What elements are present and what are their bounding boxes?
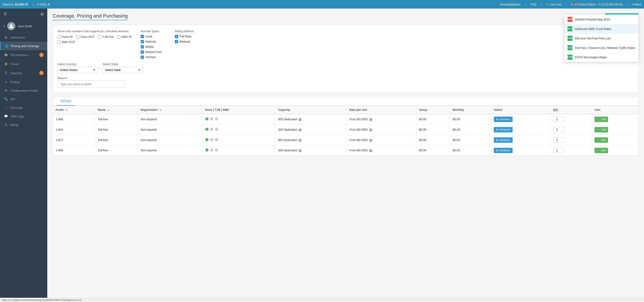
dropdown-item-pricelist-pdf[interactable]: PDF DIDWW Pricelist May 2019 — [564, 15, 638, 24]
cart-icon: 🛒 — [597, 118, 600, 121]
sidebar-item-config-profiles[interactable]: ⚙ Configuration Profiles — [0, 86, 47, 95]
national-checkbox[interactable]: National — [141, 40, 162, 43]
search-input[interactable] — [58, 81, 125, 88]
col-cart: Cart — [592, 106, 638, 114]
add-to-cart-button[interactable]: 🛒 Add — [594, 117, 608, 122]
sms-in-checkbox[interactable]: SMS IN — [117, 35, 132, 39]
cell-indicators — [202, 145, 275, 156]
sidebar-header: ☰ ⏻ — [0, 9, 47, 19]
add-to-cart-button[interactable]: 🛒 Add — [594, 127, 608, 132]
csv-icon-1: CSV — [568, 36, 572, 41]
dashboard-icon: ⊞ — [4, 36, 8, 39]
qty-input[interactable] — [553, 148, 564, 153]
voice-out-input[interactable] — [76, 35, 79, 39]
prefix-sort-icon[interactable]: ⇅ — [66, 109, 67, 111]
sms-in-input[interactable] — [117, 35, 120, 39]
cell-setup: $5.00 — [416, 114, 450, 125]
sidebar-item-label: Billing — [10, 123, 18, 127]
voice-out-checkbox[interactable]: Voice OUT — [76, 35, 94, 39]
metered-input[interactable] — [175, 40, 178, 43]
numbers-button[interactable]: ⊞ Numbers — [494, 127, 512, 132]
local-input[interactable] — [141, 35, 144, 38]
registration-sort-icon[interactable]: ⇅ — [159, 109, 161, 111]
sms-out-input[interactable] — [58, 41, 60, 44]
capacity-info-icon[interactable]: i — [298, 139, 302, 142]
qty-input[interactable] — [553, 137, 564, 143]
sidebar-item-porting[interactable]: ↗ Porting — [0, 78, 47, 86]
table-body: 1-888 Toll-free Not required 300 Dedicat… — [53, 114, 638, 156]
sidebar-item-label: Call Logs — [10, 106, 22, 109]
dropdown-item-outbound-sms[interactable]: XLS Outbound SMS Trunk Rates — [564, 24, 638, 34]
country-select[interactable]: United States — [58, 67, 98, 73]
sidebar-item-api[interactable]: 🔧 API — [0, 95, 47, 103]
qty-input[interactable] — [553, 127, 564, 132]
user-name: Jane Smith — [18, 25, 32, 28]
cell-select: ⊞ Numbers — [491, 135, 550, 145]
billing-options-label: Billing Options: — [175, 30, 194, 33]
add-to-cart-button[interactable]: 🛒 Add — [594, 137, 608, 143]
numbers-button[interactable]: ⊞ Numbers — [494, 137, 512, 143]
col-registration: Registration ⇅ — [138, 106, 202, 114]
local-checkbox[interactable]: Local — [141, 35, 162, 38]
call-logs-icon: 📞 — [4, 106, 8, 109]
flat-rate-input[interactable] — [175, 35, 178, 38]
sms-out-label: SMS OUT — [62, 40, 75, 44]
national-input[interactable] — [141, 40, 144, 43]
rate-info-icon[interactable]: i — [369, 139, 372, 142]
cell-setup: $5.00 — [416, 135, 450, 145]
state-select[interactable]: Select State — [102, 67, 143, 73]
capacity-info-icon[interactable]: i — [298, 128, 302, 132]
shared-cost-checkbox[interactable]: Shared Cost — [141, 50, 162, 54]
sidebar-item-sms-logs[interactable]: 💬 SMS Logs — [0, 112, 47, 121]
sidebar-item-call-logs[interactable]: 📞 Call Logs — [0, 103, 47, 112]
sidebar-item-did-numbers[interactable]: ☎ DID Numbers 5 — [0, 50, 47, 60]
mobile-input[interactable] — [141, 45, 144, 49]
voice-in-input[interactable] — [58, 35, 60, 39]
cell-qty — [550, 135, 592, 145]
rate-info-icon[interactable]: i — [369, 128, 372, 132]
voice-in-checkbox[interactable]: Voice IN — [58, 35, 72, 39]
capacity-info-icon[interactable]: i — [298, 149, 302, 152]
sidebar-item-label: Pricing and Coverage — [11, 44, 39, 48]
hamburger-icon[interactable]: ☰ — [4, 12, 7, 16]
live-chat-link[interactable]: Live chat — [546, 3, 562, 6]
dropdown-item-pstn[interactable]: CSV PSTN Termination Rates — [564, 53, 638, 62]
add-to-cart-button[interactable]: 🛒 Add — [594, 148, 608, 153]
add-btn-label: Add — [601, 149, 606, 152]
sidebar-item-capacity[interactable]: ☰ Capacity 5 — [0, 68, 47, 78]
sms-out-checkbox[interactable]: SMS OUT — [58, 40, 75, 44]
sidebar-item-pricing[interactable]: 🌐 Pricing and Coverage — [0, 42, 47, 50]
mobile-checkbox[interactable]: Mobile — [141, 45, 162, 49]
numbers-button[interactable]: ⊞ Numbers — [494, 117, 512, 122]
dropdown-item-tollfree-shared[interactable]: CSV Toll-Free / Shared Cost / Metered Tr… — [564, 43, 638, 53]
t38-fax-checkbox[interactable]: T.38 Fax — [98, 35, 114, 39]
flat-rate-checkbox[interactable]: Flat Rate — [175, 35, 194, 38]
faq-link[interactable]: FAQ — [530, 3, 536, 6]
cell-monthly: $5.00 — [450, 135, 491, 145]
sidebar-item-billing[interactable]: ☰ Billing — [0, 121, 47, 129]
phone-dropdown[interactable]: ▾ 🇺🇸 United States: +1 (212) 933-90-60 — [571, 3, 622, 6]
numbers-button[interactable]: ⊞ Numbers — [494, 148, 512, 153]
shared-cost-input[interactable] — [141, 51, 144, 54]
metered-checkbox[interactable]: Metered — [175, 40, 194, 43]
t38-indicator — [210, 117, 213, 121]
sidebar-user[interactable]: ▾ Jane Smith — [0, 19, 47, 33]
services-checkboxes: Voice IN Voice OUT T.38 Fax SMS IN — [58, 35, 132, 39]
t38-fax-input[interactable] — [98, 35, 101, 39]
name-sort-icon[interactable]: ▲ — [107, 109, 110, 111]
more-link[interactable]: ▾ More — [632, 3, 641, 6]
toll-free-input[interactable] — [141, 56, 144, 59]
capacity-info-icon[interactable]: i — [298, 118, 302, 121]
sidebar-item-dashboard[interactable]: ⊞ Dashboard — [0, 33, 47, 42]
qty-input[interactable] — [553, 116, 564, 122]
dropdown-item-did-tollfree[interactable]: CSV DID and Toll-Free Price List — [564, 34, 638, 43]
power-icon[interactable]: ⏻ — [40, 12, 44, 16]
toll-free-checkbox[interactable]: Toll-free — [141, 55, 162, 59]
knowledgebase-link[interactable]: Knowledgebase — [500, 3, 521, 6]
rate-info-icon[interactable]: i — [369, 149, 372, 152]
sidebar-item-trunks[interactable]: ⚡ Trunks — [0, 60, 47, 68]
toll-free-tab[interactable]: Toll-free — [56, 97, 75, 106]
cell-rate: From $0.0303 i — [346, 145, 416, 156]
cell-prefix: 1-866 — [53, 145, 95, 156]
rate-info-icon[interactable]: i — [369, 118, 372, 121]
